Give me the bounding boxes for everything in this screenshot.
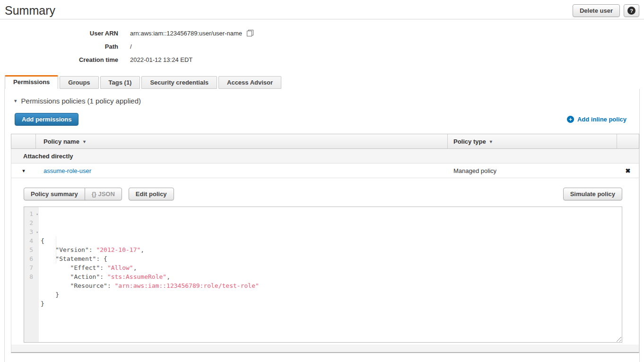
- info-row: Creation time2022-01-12 13:24 EDT: [0, 53, 644, 66]
- info-value: 2022-01-12 13:24 EDT: [130, 56, 192, 63]
- header-buttons: Delete user ?: [573, 4, 639, 17]
- string-token: "sts:AssumeRole": [107, 273, 166, 280]
- policy-summary-button[interactable]: Policy summary: [24, 188, 85, 200]
- editor-code-area[interactable]: { "Version": "2012-10-17", "Statement": …: [39, 207, 622, 342]
- policy-detail-panel: Policy summary {} JSON Edit policy Simul…: [11, 178, 639, 353]
- policy-type-header-label: Policy type: [453, 138, 486, 145]
- line-number: 4: [24, 236, 39, 245]
- add-inline-policy-link[interactable]: + Add inline policy: [567, 116, 627, 123]
- policy-detail-footer: [11, 345, 639, 352]
- policy-table-row: ▾ assume-role-user Managed policy ✖: [11, 164, 639, 178]
- line-number: 2: [24, 218, 39, 227]
- code-line: }: [41, 290, 622, 299]
- sort-arrow-icon[interactable]: ▾: [83, 139, 86, 144]
- plain-token: "Resource":: [41, 282, 115, 289]
- plain-token: ,: [166, 273, 170, 280]
- sort-arrow-icon[interactable]: ▾: [490, 139, 492, 144]
- policy-name-column-header[interactable]: Policy name ▾: [36, 134, 448, 148]
- delete-user-button[interactable]: Delete user: [573, 4, 620, 17]
- policy-table-header: Policy name ▾ Policy type ▾: [11, 134, 639, 149]
- policy-type-cell: Managed policy: [448, 164, 617, 178]
- line-number: 5: [24, 245, 39, 254]
- info-value: arn:aws:iam::123456789:user/user-name: [130, 30, 242, 37]
- indent-guide: [56, 236, 56, 263]
- expander-column-header: [11, 134, 36, 148]
- line-number: 8: [24, 272, 39, 281]
- policy-name-header-label: Policy name: [44, 138, 79, 145]
- permissions-tab-content: ▾ Permissions policies (1 policy applied…: [4, 89, 640, 362]
- code-line: {: [41, 236, 622, 245]
- help-button[interactable]: ?: [624, 4, 639, 17]
- code-line: "Resource": "arn:aws:iam::123456789:role…: [41, 281, 622, 290]
- detach-cell: ✖: [617, 164, 639, 178]
- attached-directly-group-row: Attached directly: [11, 149, 639, 164]
- code-line: "Version": "2012-10-17",: [41, 245, 622, 254]
- info-label: Creation time: [0, 56, 118, 63]
- info-row: User ARNarn:aws:iam::123456789:user/user…: [0, 26, 644, 40]
- string-token: "arn:aws:iam::123456789:role/test-role": [115, 282, 259, 289]
- string-token: "2012-10-17": [96, 246, 140, 253]
- user-info: User ARNarn:aws:iam::123456789:user/user…: [0, 26, 644, 66]
- plain-token: ,: [140, 246, 144, 253]
- code-line: }: [41, 299, 622, 308]
- simulate-policy-button[interactable]: Simulate policy: [563, 188, 622, 200]
- json-view-button[interactable]: {} JSON: [85, 188, 122, 200]
- fold-caret-icon[interactable]: ▾: [36, 210, 38, 219]
- plus-circle-icon: +: [567, 116, 574, 123]
- policy-actions-row: Add permissions + Add inline policy: [15, 113, 627, 126]
- line-number: 3▾: [24, 227, 39, 236]
- plain-token: "Effect":: [41, 264, 107, 271]
- code-line: "Action": "sts:AssumeRole",: [41, 272, 622, 281]
- code-line: "Effect": "Allow",: [41, 263, 622, 272]
- info-row: Path/: [0, 40, 644, 53]
- copy-icon[interactable]: [247, 30, 253, 36]
- policy-name-cell: assume-role-user: [36, 164, 448, 178]
- string-token: "Allow": [107, 264, 133, 271]
- policy-name-link[interactable]: assume-role-user: [44, 167, 91, 174]
- policy-json-editor[interactable]: 1▾23▾45678 { "Version": "2012-10-17", "S…: [24, 207, 622, 343]
- page-title: Summary: [5, 3, 639, 17]
- info-label: Path: [0, 43, 118, 50]
- policy-type-value: Managed policy: [453, 167, 496, 174]
- info-label: User ARN: [0, 30, 118, 37]
- policy-detail-buttons: Policy summary {} JSON Edit policy Simul…: [24, 188, 622, 200]
- collapse-caret-icon: ▾: [14, 98, 17, 104]
- plain-token: ,: [133, 264, 137, 271]
- tab-tags-1[interactable]: Tags (1): [100, 76, 140, 89]
- detach-policy-icon[interactable]: ✖: [626, 167, 631, 174]
- plain-token: }: [41, 300, 44, 307]
- line-number: 1▾: [24, 209, 39, 218]
- tab-security-credentials[interactable]: Security credentials: [141, 76, 217, 89]
- policy-type-column-header[interactable]: Policy type ▾: [448, 134, 617, 148]
- info-value: /: [130, 43, 132, 50]
- policy-table: Policy name ▾ Policy type ▾ Attached dir…: [11, 134, 639, 353]
- group-row-label: Attached directly: [23, 153, 73, 160]
- plain-token: "Action":: [41, 273, 107, 280]
- help-icon: ?: [627, 7, 635, 15]
- row-expander-icon[interactable]: ▾: [22, 168, 25, 174]
- editor-line-number-gutter: 1▾23▾45678: [24, 207, 39, 342]
- code-line: "Statement": {: [41, 254, 622, 263]
- tab-permissions[interactable]: Permissions: [5, 75, 58, 89]
- tab-bar: PermissionsGroupsTags (1)Security creden…: [5, 75, 644, 89]
- tab-access-advisor[interactable]: Access Advisor: [218, 76, 281, 89]
- policy-view-toggle-group: Policy summary {} JSON: [24, 188, 122, 200]
- edit-policy-button[interactable]: Edit policy: [129, 188, 174, 200]
- plain-token: "Version":: [41, 246, 96, 253]
- page-header: Summary Delete user ?: [0, 0, 644, 19]
- section-title-label: Permissions policies (1 policy applied): [21, 97, 141, 105]
- row-expander-cell: ▾: [11, 164, 36, 178]
- add-permissions-button[interactable]: Add permissions: [15, 113, 78, 126]
- line-number: 7: [24, 263, 39, 272]
- line-number: 6: [24, 254, 39, 263]
- permissions-policies-section-header[interactable]: ▾ Permissions policies (1 policy applied…: [5, 89, 639, 105]
- plain-token: }: [41, 291, 59, 298]
- add-inline-policy-label: Add inline policy: [577, 116, 627, 123]
- detach-column-header: [617, 134, 639, 148]
- fold-caret-icon[interactable]: ▾: [36, 228, 38, 237]
- plain-token: {: [41, 237, 44, 244]
- tab-groups[interactable]: Groups: [60, 76, 98, 89]
- plain-token: "Statement": {: [41, 255, 107, 262]
